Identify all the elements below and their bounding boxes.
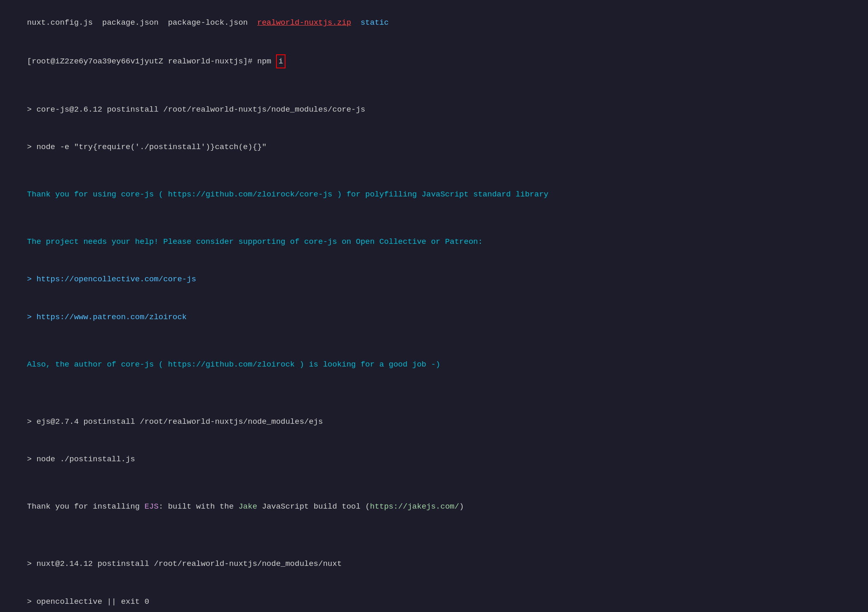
ejs-line2: > node ./postinstall.js [8, 441, 860, 478]
project-needs-line: The project needs your help! Please cons… [8, 223, 860, 261]
npm-i-boxed: i [276, 54, 285, 68]
blank-line-4 [8, 336, 860, 346]
npm-text: npm [257, 57, 276, 66]
static-label: static [360, 18, 388, 27]
blank-line-5 [8, 383, 860, 393]
ejs-thank-line: Thank you for installing EJS: built with… [8, 488, 860, 526]
prompt-line: [root@iZ2ze6y7oa39ey66v1jyutZ realworld-… [8, 42, 860, 81]
terminal-window: nuxt.config.js package.json package-lock… [0, 0, 868, 612]
blank-line-1 [8, 81, 860, 91]
blank-line-8 [8, 526, 860, 535]
blank-line-7 [8, 478, 860, 488]
patreon-link: > https://www.patreon.com/zloirock [8, 298, 860, 336]
also-author-line: Also, the author of core-js ( https://gi… [8, 346, 860, 383]
file-names: nuxt.config.js package.json package-lock… [27, 18, 257, 27]
opencollective-link: > https://opencollective.com/core-js [8, 261, 860, 298]
blank-line-9 [8, 535, 860, 545]
prompt-text: [root@iZ2ze6y7oa39ey66v1jyutZ realworld-… [27, 57, 257, 66]
ejs-line1: > ejs@2.7.4 postinstall /root/realworld-… [8, 403, 860, 441]
core-js-line1: > core-js@2.6.12 postinstall /root/realw… [8, 91, 860, 128]
nuxt-line2: > opencollective || exit 0 [8, 583, 860, 612]
nuxt-line1: > nuxt@2.14.12 postinstall /root/realwor… [8, 545, 860, 583]
top-file-line: nuxt.config.js package.json package-lock… [8, 4, 860, 42]
zip-filename: realworld-nuxtjs.zip [257, 18, 351, 27]
core-js-line2: > node -e "try{require('./postinstall')}… [8, 128, 860, 166]
blank-line-3 [8, 213, 860, 223]
thank-you-core-js: Thank you for using core-js ( https://gi… [8, 176, 860, 213]
blank-line-2 [8, 166, 860, 176]
blank-line-6 [8, 393, 860, 403]
